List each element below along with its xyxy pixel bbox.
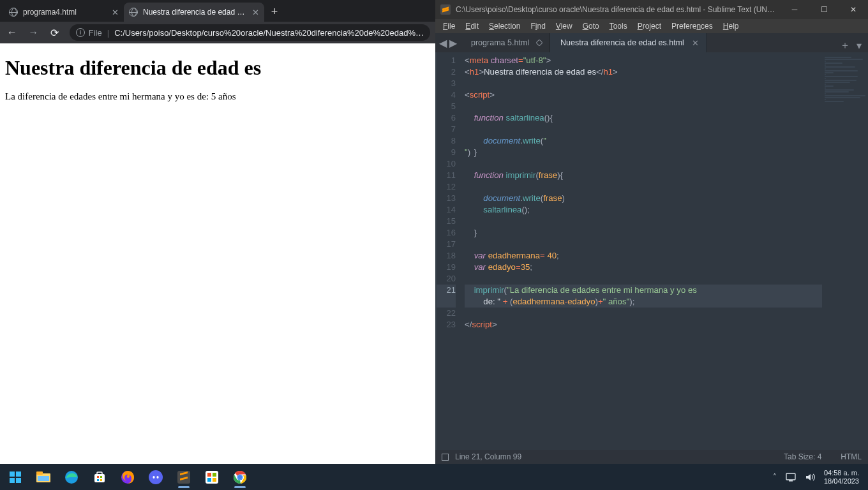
chrome-tabstrip: programa4.html ✕ Nuestra diferencia de e… [0,0,435,22]
svg-rect-23 [213,473,216,477]
microsoft-store-icon[interactable] [88,466,111,489]
sublime-tab-1-title: Nuestra diferencia de edad es.html [560,38,684,47]
svg-rect-3 [16,478,21,483]
back-button[interactable]: ← [5,25,19,40]
edge-icon[interactable] [60,466,83,489]
sublime-logo-icon [440,4,451,15]
minimize-button[interactable]: ─ [780,0,809,19]
page-paragraph: La diferencia de edades entre mi hermana… [5,91,430,102]
taskbar-clock[interactable]: 04:58 a. m. 18/04/2023 [824,469,859,486]
network-icon[interactable] [786,473,796,482]
line-number-gutter[interactable]: 123456789101112131415161718192021 2223 [435,52,462,450]
chrome-tab-0[interactable]: programa4.html ✕ [4,3,124,22]
close-icon[interactable]: ✕ [252,8,259,17]
svg-rect-9 [97,472,102,475]
file-explorer-icon[interactable] [32,466,55,489]
clock-date: 18/04/2023 [824,477,859,486]
chrome-icon[interactable] [228,466,251,489]
svg-rect-13 [100,479,102,481]
menu-view[interactable]: View [552,20,576,32]
syntax-mode[interactable]: HTML [841,452,862,461]
svg-point-16 [153,476,154,479]
svg-rect-24 [207,478,211,482]
menu-edit[interactable]: Edit [461,20,483,32]
chrome-tab-1-title: Nuestra diferencia de edad es.ht [143,8,247,17]
firefox-icon[interactable] [116,466,139,489]
svg-rect-1 [16,471,21,477]
omnibox[interactable]: i File | C:/Users/poiso/Desktop/curso%20… [70,24,430,41]
menu-find[interactable]: Find [527,20,549,32]
windows-taskbar: ˄ 04:58 a. m. 18/04/2023 [0,464,868,490]
menu-tools[interactable]: Tools [606,20,631,32]
forward-button[interactable]: → [27,25,41,40]
svg-point-15 [149,470,163,484]
svg-rect-31 [789,480,793,482]
svg-rect-22 [207,473,211,477]
discord-icon[interactable] [144,466,167,489]
clock-time: 04:58 a. m. [824,469,859,477]
svg-rect-30 [786,473,795,480]
close-button[interactable]: ✕ [839,0,868,19]
volume-icon[interactable] [805,473,815,482]
chrome-tab-0-title: programa4.html [23,8,107,17]
sublime-statusbar: Line 21, Column 99 Tab Size: 4 HTML [435,450,868,464]
new-tab-button[interactable]: + [266,3,283,20]
tray-overflow-button[interactable]: ˄ [773,473,777,481]
chrome-window: programa4.html ✕ Nuestra diferencia de e… [0,0,435,490]
svg-rect-11 [100,476,102,478]
chrome-tab-1[interactable]: Nuestra diferencia de edad es.ht ✕ [124,3,264,22]
reload-button[interactable]: ⟳ [48,25,62,40]
svg-rect-25 [213,478,216,482]
sublime-window: C:\Users\poiso\Desktop\curso oracle\Nues… [435,0,868,464]
maximize-button[interactable]: ☐ [809,0,839,19]
menu-help[interactable]: Help [719,20,743,32]
sublime-menubar: File Edit Selection Find View Goto Tools… [435,19,868,33]
globe-icon [129,8,138,17]
sublime-tab-1[interactable]: Nuestra diferencia de edad es.html ✕ [550,33,707,52]
svg-point-29 [238,475,243,479]
panel-switcher-icon[interactable] [442,454,449,461]
site-info-chip[interactable]: i File [76,28,102,38]
cursor-position[interactable]: Line 21, Column 99 [455,452,521,461]
separator: | [107,28,109,38]
tab-menu-button[interactable]: ▾ [857,40,862,52]
tab-back-button[interactable]: ◀ [439,37,447,49]
powertoys-icon[interactable] [200,466,223,489]
sublime-tab-0[interactable]: programa 5.html [461,33,550,52]
sublime-tabbar: ◀ ▶ programa 5.html Nuestra diferencia d… [435,33,868,52]
file-scheme-label: File [89,28,102,38]
page-content: Nuestra diferencia de edad es La diferen… [0,43,435,490]
svg-rect-12 [97,479,99,481]
svg-point-17 [156,476,158,479]
close-icon[interactable]: ✕ [112,8,119,17]
sublime-title: C:\Users\poiso\Desktop\curso oracle\Nues… [456,5,780,14]
svg-rect-0 [10,471,15,477]
sublime-text-icon[interactable] [172,466,195,489]
tab-history-nav: ◀ ▶ [435,33,461,52]
chrome-toolbar: ← → ⟳ i File | C:/Users/poiso/Desktop/cu… [0,22,435,43]
close-icon[interactable]: ✕ [692,38,699,48]
menu-project[interactable]: Project [634,20,665,32]
sublime-titlebar[interactable]: C:\Users\poiso\Desktop\curso oracle\Nues… [435,0,868,19]
info-icon: i [76,28,85,37]
menu-goto[interactable]: Goto [579,20,603,32]
menu-file[interactable]: File [439,20,459,32]
svg-rect-10 [97,476,99,478]
svg-rect-6 [38,476,49,481]
code-editor[interactable]: <meta charset="utf-8"><h1>Nuestra difere… [462,52,822,450]
page-h1: Nuestra diferencia de edad es [5,56,430,80]
system-tray: ˄ 04:58 a. m. 18/04/2023 [773,469,864,486]
new-tab-button[interactable]: ＋ [840,39,850,52]
menu-preferences[interactable]: Preferences [668,20,717,32]
minimap[interactable] [822,52,868,450]
start-button[interactable] [4,466,27,489]
svg-rect-8 [94,474,105,482]
globe-icon [9,8,18,17]
sublime-tab-0-title: programa 5.html [471,38,529,47]
dirty-indicator-icon [535,39,542,46]
svg-rect-2 [10,478,15,483]
svg-rect-5 [36,471,43,475]
menu-selection[interactable]: Selection [485,20,524,32]
tab-size[interactable]: Tab Size: 4 [784,452,821,461]
tab-forward-button[interactable]: ▶ [449,37,457,49]
